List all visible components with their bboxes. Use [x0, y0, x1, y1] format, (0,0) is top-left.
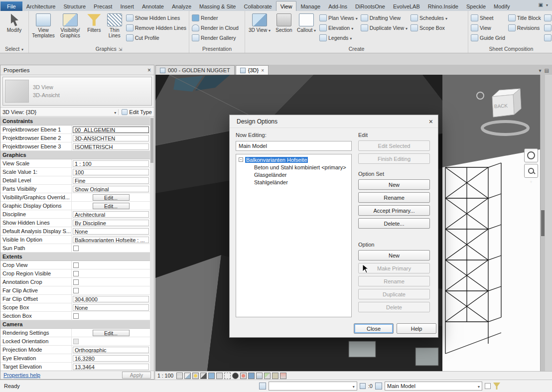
ribbon-tab[interactable]: Collaborate — [240, 1, 276, 11]
dialog-button[interactable]: Rename — [358, 192, 430, 203]
view-tab[interactable]: 000 - GOLDEN NUGGET × — [155, 65, 235, 75]
zoom-tool-icon[interactable] — [524, 164, 538, 178]
dialog-button[interactable]: Finish Editing — [358, 153, 430, 164]
property-value[interactable]: By Discipline — [73, 220, 149, 226]
callout-button[interactable]: Callout — [295, 12, 317, 34]
view-templates-button[interactable]: View Templates — [30, 12, 56, 39]
property-row[interactable]: Constraints — [0, 117, 150, 126]
property-row[interactable]: Visible In Option Balkonvarianten Hofsei… — [0, 236, 150, 244]
property-value[interactable]: Orthographic — [73, 347, 149, 353]
dialog-button[interactable]: Accept Primary... — [358, 205, 430, 216]
ribbon-tab[interactable]: Speckle — [462, 1, 490, 11]
rendering-dialog-icon[interactable] — [208, 373, 215, 379]
ribbon-tab[interactable]: Insert — [116, 1, 138, 11]
view-tab[interactable]: {3D} × — [236, 65, 269, 75]
scale-control[interactable]: 1 : 100 — [157, 373, 173, 379]
property-row[interactable]: Far Clip Active — [0, 286, 150, 295]
property-edit-button[interactable]: Edit... — [93, 330, 130, 336]
property-row[interactable]: Detail Level Fine Fine — [0, 176, 150, 185]
ribbon-tab[interactable]: File — [0, 1, 22, 11]
property-row[interactable]: View Scale 1 : 100 1 : 100 — [0, 159, 150, 168]
section-button[interactable]: Section — [274, 12, 294, 34]
sheet-issues-button[interactable] — [543, 34, 552, 42]
workset-select[interactable] — [269, 382, 357, 391]
worksharing-display-icon[interactable] — [248, 373, 255, 379]
dialog-title-bar[interactable]: Design Options × — [230, 115, 438, 128]
property-checkbox[interactable] — [73, 288, 79, 293]
modify-button[interactable]: Modify — [1, 12, 27, 34]
reveal-hidden-elements-icon[interactable] — [240, 373, 247, 379]
property-row[interactable]: Section Box — [0, 312, 150, 320]
render-in-cloud-button[interactable]: Render in Cloud — [191, 24, 240, 32]
view-button[interactable]: View — [470, 24, 506, 32]
render-button[interactable]: Render — [191, 14, 240, 22]
property-edit-button[interactable]: Edit... — [93, 194, 130, 201]
edit-type-button[interactable]: Edit Type — [118, 109, 152, 115]
property-row[interactable]: Crop Region Visible — [0, 269, 150, 278]
help-button[interactable]: Help — [397, 323, 436, 334]
property-row[interactable]: Show Hidden Lines By Discipline By Disci… — [0, 219, 150, 227]
visibility-graphics-button[interactable]: Visibility/ Graphics — [57, 12, 83, 39]
schedules-button[interactable]: Schedules — [410, 14, 448, 22]
guide-grid-button[interactable]: Guide Grid — [470, 34, 506, 42]
sun-path-icon[interactable] — [192, 373, 199, 379]
property-value[interactable]: None — [73, 304, 149, 311]
dialog-close-icon[interactable]: × — [429, 118, 433, 126]
property-row[interactable]: Scope Box None None — [0, 303, 150, 312]
property-value[interactable]: Architectural — [73, 211, 149, 218]
highlight-displacement-sets-icon[interactable] — [272, 373, 278, 379]
property-row[interactable]: Annotation Crop — [0, 278, 150, 286]
shadows-icon[interactable] — [200, 373, 207, 379]
properties-scrollbar-thumb[interactable] — [150, 118, 153, 163]
property-row[interactable]: Crop View — [0, 261, 150, 269]
dialog-button[interactable]: Edit Selected — [358, 140, 430, 151]
apply-button[interactable]: Apply — [122, 372, 151, 379]
tree-item[interactable]: Beton und Stahl kombiniert <primary> — [236, 163, 351, 171]
tree-expand-icon[interactable]: - — [239, 157, 243, 162]
sheet-button[interactable]: Sheet — [470, 14, 506, 22]
ribbon-tab[interactable]: Architecture — [22, 1, 60, 11]
property-checkbox[interactable] — [73, 271, 79, 276]
property-value[interactable]: 00_ALLGEMEIN — [73, 127, 149, 133]
property-checkbox[interactable] — [73, 279, 79, 285]
temporary-hide-isolate-icon[interactable] — [232, 373, 239, 379]
property-row[interactable]: Projektbrowser Ebene 2 3D-ANSICHTEN 3D-A… — [0, 134, 150, 142]
title-block-button[interactable]: Title Block — [507, 14, 542, 22]
reveal-constraints-icon[interactable] — [280, 373, 286, 379]
ribbon-tab[interactable]: Add-Ins — [324, 1, 351, 11]
temporary-view-properties-icon[interactable] — [256, 373, 263, 379]
property-row[interactable]: Graphics — [0, 151, 150, 159]
property-row[interactable]: Graphic Display Options Edit... Edit... — [0, 202, 150, 210]
crop-view-icon[interactable] — [216, 373, 223, 379]
render-gallery-button[interactable]: Render Gallery — [191, 34, 240, 42]
property-value[interactable]: 304,8000 — [73, 296, 149, 302]
properties-help-link[interactable]: Properties help — [3, 372, 40, 378]
ribbon-tab[interactable]: Analyze — [168, 1, 195, 11]
exclude-options-icon[interactable] — [485, 383, 491, 389]
property-row[interactable]: Projektbrowser Ebene 3 ISOMETRISCH ISOME… — [0, 142, 150, 151]
properties-close-icon[interactable]: × — [147, 67, 151, 74]
property-row[interactable]: Discipline Architectural Architectural — [0, 210, 150, 219]
tree-item[interactable]: Glasgeländer — [236, 171, 351, 178]
property-value[interactable]: 3D-ANSICHTEN — [73, 135, 149, 141]
panel-label-select[interactable]: Select — [0, 44, 28, 53]
show-hidden-lines-button[interactable]: Show Hidden Lines — [125, 14, 187, 22]
property-value[interactable]: ISOMETRISCH — [73, 143, 149, 150]
visual-style-icon[interactable] — [184, 373, 191, 379]
property-checkbox[interactable] — [73, 246, 79, 251]
property-row[interactable]: Visibility/Graphics Overrid... Edit... E… — [0, 193, 150, 202]
filters-button[interactable]: Filters — [84, 12, 104, 34]
property-value[interactable]: 13,3464 — [73, 364, 149, 370]
property-row[interactable]: Far Clip Offset 304,8000 304,8000 — [0, 295, 150, 303]
ribbon-display-options-icon[interactable]: ▣ — [539, 2, 543, 7]
property-row[interactable]: Eye Elevation 16,3280 16,3280 — [0, 354, 150, 363]
view-selector[interactable]: 3D View: {3D} — [2, 109, 112, 115]
ribbon-tab[interactable]: DiRootsOne — [351, 1, 389, 11]
viewcube-back-label[interactable]: BACK — [494, 103, 508, 109]
property-row[interactable]: Scale Value 1: 100 100 — [0, 168, 150, 176]
dialog-button[interactable]: New — [358, 250, 430, 261]
close-button[interactable]: Close — [354, 323, 394, 334]
ribbon-tab[interactable]: Structure — [59, 1, 90, 11]
dialog-button[interactable]: Delete — [358, 302, 430, 312]
thin-lines-button[interactable]: Thin Lines — [105, 12, 124, 39]
